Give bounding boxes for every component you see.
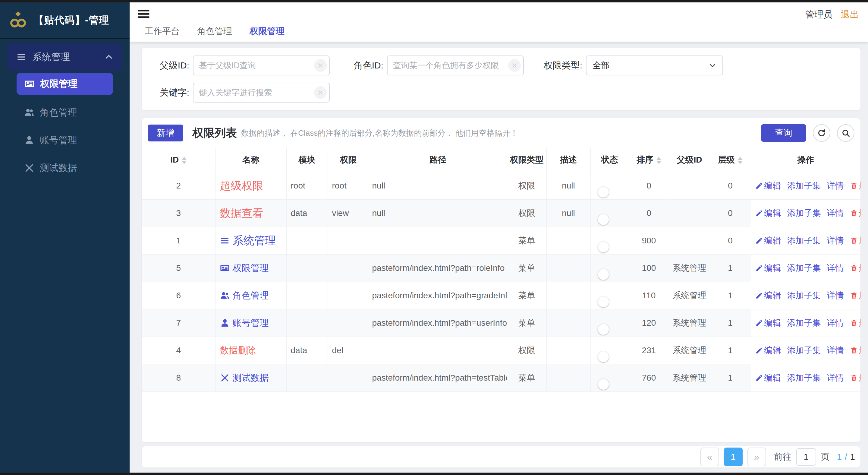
query-button[interactable]: 查询	[761, 124, 806, 142]
parent-id-input[interactable]	[193, 56, 330, 76]
goto-page-input[interactable]	[796, 448, 816, 466]
cell-type: 菜单	[507, 227, 547, 255]
perm-type-select[interactable]: 全部	[586, 56, 723, 76]
role-id-label: 角色ID:	[353, 59, 383, 72]
cell-desc	[547, 282, 590, 309]
delete-link[interactable]: 删除	[850, 262, 861, 274]
detail-link[interactable]: 详情	[827, 207, 844, 219]
add-child-link[interactable]: 添加子集	[787, 345, 821, 356]
add-child-link[interactable]: 添加子集	[787, 180, 821, 191]
sidebar-item-users[interactable]: 角色管理	[0, 99, 130, 126]
filter-role-id: 角色ID:	[353, 56, 524, 76]
delete-link[interactable]: 删除	[850, 207, 861, 219]
delete-link[interactable]: 删除	[850, 317, 861, 329]
row-name-link[interactable]: 权限管理	[220, 262, 269, 274]
page-1-button[interactable]: 1	[724, 448, 743, 466]
detail-link[interactable]: 详情	[827, 290, 844, 301]
add-child-link[interactable]: 添加子集	[787, 262, 821, 274]
logout-link[interactable]: 退出	[841, 8, 859, 21]
edit-link[interactable]: 编辑	[755, 372, 781, 384]
detail-link[interactable]: 详情	[827, 262, 844, 274]
sort-icon[interactable]	[738, 157, 743, 164]
sort-icon[interactable]	[656, 157, 661, 164]
detail-link[interactable]: 详情	[827, 345, 844, 356]
sidebar-menu-group: 系统管理	[7, 43, 122, 71]
edit-link[interactable]: 编辑	[755, 207, 781, 219]
row-name-link[interactable]: 数据查看	[220, 206, 264, 221]
tab-2[interactable]: 权限管理	[250, 25, 284, 37]
permission-list-panel: 新增 权限列表 数据的描述， 在Class的注释的后部分,名称为数据的前部分， …	[142, 118, 861, 442]
edit-link[interactable]: 编辑	[755, 345, 781, 356]
row-name-link[interactable]: 系统管理	[220, 233, 276, 248]
brand-logo-icon	[8, 10, 28, 30]
row-name-link[interactable]: 角色管理	[220, 290, 269, 302]
role-id-input[interactable]	[387, 56, 524, 76]
column-header-id[interactable]: ID	[142, 148, 216, 172]
cell-level: 1	[710, 255, 751, 282]
edit-link[interactable]: 编辑	[755, 290, 781, 301]
add-child-link[interactable]: 添加子集	[787, 235, 821, 246]
edit-link[interactable]: 编辑	[755, 262, 781, 274]
cell-sort: 0	[629, 172, 669, 200]
cell-id: 1	[142, 227, 216, 255]
sidebar-item-x[interactable]: 测试数据	[0, 154, 130, 182]
cell-path	[369, 337, 507, 364]
search-icon[interactable]	[837, 124, 855, 142]
sidebar-menu: 权限管理角色管理账号管理测试数据	[0, 73, 130, 182]
refresh-icon[interactable]	[813, 124, 830, 142]
detail-link[interactable]: 详情	[827, 372, 844, 384]
tab-1[interactable]: 角色管理	[197, 25, 232, 37]
delete-link[interactable]: 删除	[850, 180, 861, 191]
column-header-sort[interactable]: 排序	[629, 148, 669, 172]
add-child-link[interactable]: 添加子集	[787, 372, 821, 384]
row-name-link[interactable]: 数据删除	[220, 345, 256, 357]
sort-icon[interactable]	[182, 157, 187, 164]
detail-link[interactable]: 详情	[827, 235, 844, 246]
tab-0[interactable]: 工作平台	[145, 25, 180, 37]
edit-link[interactable]: 编辑	[755, 180, 781, 191]
add-button[interactable]: 新增	[148, 124, 183, 142]
detail-link[interactable]: 详情	[827, 180, 844, 191]
edit-link[interactable]: 编辑	[755, 317, 781, 329]
add-child-link[interactable]: 添加子集	[787, 290, 821, 301]
cell-status	[590, 282, 629, 309]
tabs: 工作平台角色管理权限管理	[145, 25, 284, 37]
row-name-link[interactable]: 超级权限	[220, 179, 264, 193]
delete-link[interactable]: 删除	[850, 372, 861, 384]
cell-parent: 系统管理	[669, 255, 710, 282]
column-header-perm: 权限	[328, 148, 369, 172]
cell-actions: 编辑添加子集详情删除	[751, 337, 861, 364]
idcard-icon	[24, 79, 35, 89]
prev-page-button[interactable]: «	[701, 448, 719, 466]
sidebar-group-system[interactable]: 系统管理	[7, 43, 122, 71]
edit-link[interactable]: 编辑	[755, 235, 781, 246]
sidebar-item-user[interactable]: 账号管理	[0, 126, 130, 154]
filter-panel: 父级ID: 角色ID:	[142, 48, 861, 110]
clear-icon[interactable]	[314, 59, 327, 72]
cell-parent	[669, 227, 710, 255]
filter-perm-type: 权限类型: 全部	[543, 56, 723, 76]
cell-status	[590, 255, 629, 282]
chevron-up-icon[interactable]	[104, 53, 113, 61]
sidebar-item-label: 角色管理	[40, 106, 77, 119]
clear-icon[interactable]	[314, 86, 327, 99]
delete-link[interactable]: 删除	[850, 290, 861, 301]
detail-link[interactable]: 详情	[827, 317, 844, 329]
column-header-level[interactable]: 层级	[710, 148, 751, 172]
clear-icon[interactable]	[508, 59, 521, 72]
column-header-desc: 描述	[547, 148, 590, 172]
filter-parent-id: 父级ID:	[159, 56, 330, 76]
collapse-sidebar-icon[interactable]	[137, 7, 150, 19]
keyword-input[interactable]	[193, 83, 330, 102]
next-page-button[interactable]: »	[747, 448, 766, 466]
add-child-link[interactable]: 添加子集	[787, 207, 821, 219]
delete-link[interactable]: 删除	[850, 235, 861, 246]
delete-link[interactable]: 删除	[850, 345, 861, 356]
add-child-link[interactable]: 添加子集	[787, 317, 821, 329]
cell-name: 数据删除	[216, 337, 286, 364]
filter-keyword: 关键字:	[159, 83, 330, 102]
row-name-link[interactable]: 测试数据	[220, 372, 269, 384]
cell-module	[286, 227, 328, 255]
sidebar-item-idcard[interactable]: 权限管理	[17, 73, 113, 95]
row-name-link[interactable]: 账号管理	[220, 317, 269, 329]
